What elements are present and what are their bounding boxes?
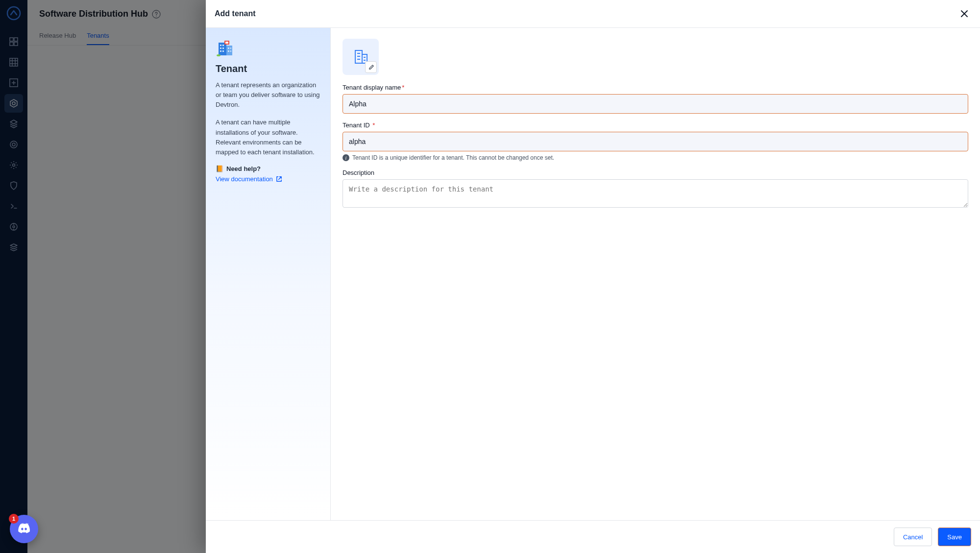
add-tenant-drawer: Add tenant — [206, 0, 980, 553]
drawer-body: Tenant A tenant represents an organizati… — [206, 28, 980, 520]
svg-point-17 — [13, 164, 15, 167]
svg-rect-36 — [228, 48, 229, 49]
svg-point-0 — [7, 7, 20, 20]
page-title: Software Distribution Hub — [39, 9, 148, 19]
svg-point-23 — [156, 16, 157, 17]
edit-avatar-button[interactable] — [365, 61, 377, 73]
svg-marker-13 — [10, 99, 17, 107]
svg-point-40 — [217, 54, 220, 56]
nav-settings[interactable] — [4, 156, 23, 174]
external-link-icon — [276, 176, 282, 182]
description-input[interactable] — [343, 179, 968, 208]
nav-grid[interactable] — [4, 53, 23, 72]
save-button[interactable]: Save — [938, 528, 971, 546]
nav-security[interactable] — [4, 176, 23, 195]
nav-operations[interactable] — [4, 217, 23, 236]
svg-rect-38 — [228, 50, 229, 52]
svg-rect-32 — [220, 48, 221, 49]
app-logo[interactable] — [5, 5, 22, 22]
svg-point-19 — [13, 226, 15, 228]
svg-rect-39 — [230, 50, 231, 52]
svg-rect-33 — [222, 48, 224, 49]
help-icon[interactable] — [152, 10, 161, 19]
description-field: Description — [343, 169, 968, 209]
svg-rect-37 — [230, 48, 231, 49]
discord-badge: 1 — [9, 514, 19, 524]
svg-point-14 — [12, 102, 15, 105]
tab-release-hub[interactable]: Release Hub — [39, 28, 76, 45]
pencil-icon — [368, 64, 374, 71]
drawer-title: Add tenant — [215, 9, 256, 18]
tenant-id-input[interactable] — [343, 132, 968, 151]
svg-point-15 — [10, 141, 17, 148]
info-heading: Tenant — [216, 63, 320, 74]
svg-rect-30 — [220, 45, 221, 46]
svg-rect-5 — [10, 58, 18, 66]
display-name-input[interactable] — [343, 94, 968, 114]
form-panel: Tenant display name* Tenant ID * i Tenan… — [331, 28, 980, 520]
display-name-label: Tenant display name* — [343, 84, 968, 91]
discord-icon — [16, 523, 32, 535]
drawer-header: Add tenant — [206, 0, 980, 28]
nav-dashboard[interactable] — [4, 32, 23, 51]
tenant-id-field: Tenant ID * i Tenant ID is a unique iden… — [343, 121, 968, 161]
app-root: Software Distribution Hub Release Hub Te… — [0, 0, 980, 553]
need-help-text: Need help? — [226, 165, 261, 172]
description-label: Description — [343, 169, 968, 176]
info-paragraph-1: A tenant represents an organization or t… — [216, 80, 320, 110]
close-button[interactable] — [957, 7, 971, 21]
svg-rect-4 — [14, 42, 18, 46]
svg-rect-1 — [10, 38, 13, 41]
svg-rect-35 — [222, 50, 224, 52]
nav-target[interactable] — [4, 135, 23, 154]
nav-registry[interactable] — [4, 115, 23, 133]
display-name-label-text: Tenant display name — [343, 84, 401, 91]
info-panel: Tenant A tenant represents an organizati… — [206, 28, 331, 520]
need-help-label: 📙 Need help? — [216, 165, 320, 172]
tenant-id-label-text: Tenant ID — [343, 121, 370, 129]
drawer-footer: Cancel Save — [206, 520, 980, 553]
tenant-id-hint: i Tenant ID is a unique identifier for a… — [343, 154, 968, 161]
tenant-avatar — [343, 39, 379, 75]
book-icon: 📙 — [216, 165, 223, 172]
nav-rail — [0, 0, 27, 553]
view-documentation-link[interactable]: View documentation — [216, 175, 320, 183]
info-paragraph-2: A tenant can have multiple installations… — [216, 118, 320, 157]
cancel-button[interactable]: Cancel — [894, 528, 932, 546]
view-documentation-text: View documentation — [216, 175, 273, 183]
svg-rect-3 — [10, 42, 13, 46]
svg-rect-34 — [220, 50, 221, 52]
svg-point-16 — [12, 143, 15, 146]
nav-distribution[interactable] — [4, 94, 23, 113]
tenant-illustration-icon — [216, 38, 236, 58]
info-icon: i — [343, 154, 349, 161]
tab-tenants[interactable]: Tenants — [87, 28, 109, 45]
svg-rect-29 — [225, 42, 228, 44]
required-asterisk: * — [372, 121, 375, 129]
discord-fab[interactable]: 1 — [10, 515, 38, 543]
svg-rect-31 — [222, 45, 224, 46]
tenant-id-label: Tenant ID * — [343, 121, 968, 129]
nav-terminal[interactable] — [4, 197, 23, 216]
tenant-id-hint-text: Tenant ID is a unique identifier for a t… — [352, 154, 554, 161]
required-asterisk: * — [402, 84, 404, 91]
close-icon — [960, 9, 969, 18]
nav-add-panel[interactable] — [4, 73, 23, 92]
display-name-field: Tenant display name* — [343, 84, 968, 114]
svg-rect-2 — [14, 38, 18, 41]
nav-stacks[interactable] — [4, 238, 23, 257]
